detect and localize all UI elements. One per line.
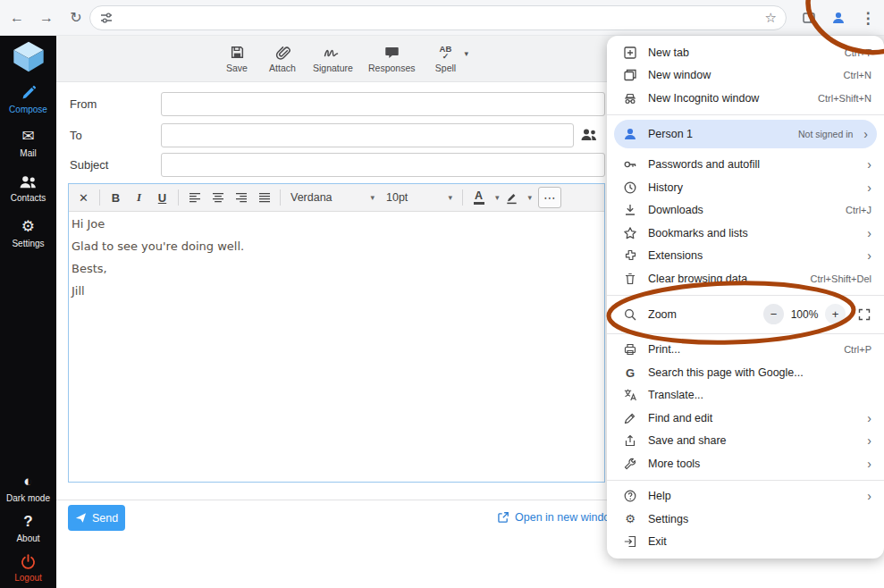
sidebar-item-about[interactable]: ? About (16, 514, 39, 543)
menu-item-new-tab[interactable]: New tab Ctrl+T (607, 41, 884, 64)
menu-item-shortcut: Ctrl+T (845, 47, 871, 58)
menu-item-history[interactable]: History › (607, 176, 884, 199)
menu-item-label: Save and share (648, 434, 860, 447)
save-button[interactable]: Save (222, 45, 252, 73)
menu-item-save-and-share[interactable]: Save and share › (607, 430, 884, 453)
menu-item-translate[interactable]: Translate... (607, 384, 884, 407)
message-editor: ✕ B I U Verdana ▾ 10pt ▾ A ▾ (68, 183, 605, 483)
menu-item-new-incognito-window[interactable]: New Incognito window Ctrl+Shift+N (607, 87, 884, 110)
close-toolbar-button[interactable]: ✕ (72, 187, 95, 208)
signature-icon (324, 45, 341, 60)
menu-item-search-with-google[interactable]: Search this page with Google... (607, 361, 884, 384)
sidebar-item-contacts[interactable]: Contacts (11, 174, 46, 203)
spell-caret-icon[interactable]: ▾ (464, 49, 468, 58)
menu-item-find-and-edit[interactable]: Find and edit › (607, 407, 884, 430)
toolbar-separator (462, 189, 463, 206)
wrench-icon (623, 457, 637, 471)
send-label: Send (92, 512, 118, 525)
highlight-caret-icon[interactable]: ▾ (528, 193, 533, 202)
menu-item-new-window[interactable]: New window Ctrl+N (607, 64, 884, 88)
screen: ← → ↻ ☆ ⋮ Compose ✉ Mail Contacts ⚙ (0, 0, 884, 588)
menu-item-settings[interactable]: ⚙ Settings (607, 508, 884, 531)
tune-icon[interactable] (99, 11, 114, 25)
menu-item-label: Help (648, 490, 860, 502)
menu-item-label: History (648, 181, 860, 194)
menu-dots-icon[interactable]: ⋮ (855, 5, 880, 30)
menu-item-clear-browsing-data[interactable]: Clear browsing data Ctrl+Shift+Del (607, 267, 884, 290)
address-bar[interactable]: ☆ (89, 5, 787, 30)
sidebar-item-label: Compose (9, 105, 47, 114)
menu-item-label: More tools (648, 458, 860, 470)
bold-button[interactable]: B (105, 187, 127, 208)
button-label: Spell (435, 63, 456, 73)
signature-button[interactable]: Signature (313, 45, 353, 73)
sidebar-item-compose[interactable]: Compose (9, 85, 47, 114)
editor-toolbar: ✕ B I U Verdana ▾ 10pt ▾ A ▾ (69, 184, 604, 212)
sidebar-item-settings[interactable]: ⚙ Settings (12, 219, 44, 248)
menu-item-shortcut: Ctrl+N (844, 70, 871, 80)
menu-item-person[interactable]: Person 1 Not signed in › (614, 120, 877, 148)
help-icon (623, 489, 637, 503)
subject-input[interactable] (161, 153, 605, 177)
magnifier-icon (623, 307, 637, 322)
back-icon[interactable]: ← (4, 5, 29, 30)
share-icon (623, 433, 637, 448)
sidebar-item-mail[interactable]: ✉ Mail (20, 129, 36, 158)
menu-item-downloads[interactable]: Downloads Ctrl+J (607, 199, 884, 223)
italic-button[interactable]: I (128, 187, 150, 208)
forward-icon[interactable]: → (34, 5, 59, 30)
chevron-right-icon: › (867, 457, 871, 471)
sidebar-item-logout[interactable]: Logout (14, 554, 42, 583)
menu-item-more-tools[interactable]: More tools › (607, 452, 884, 475)
zoom-in-button[interactable]: + (825, 304, 846, 324)
align-left-button[interactable] (183, 187, 206, 208)
menu-item-shortcut: Ctrl+P (844, 344, 871, 355)
spell-button[interactable]: AB✓ Spell (430, 45, 460, 73)
new-window-icon (623, 68, 637, 82)
font-size-select[interactable]: 10pt ▾ (381, 187, 458, 208)
to-input[interactable] (161, 123, 574, 147)
from-input[interactable] (161, 92, 605, 116)
align-center-button[interactable] (206, 187, 229, 208)
puzzle-icon (623, 248, 637, 263)
align-right-button[interactable] (230, 187, 252, 208)
underline-button[interactable]: U (151, 187, 173, 208)
menu-item-passwords-and-autofill[interactable]: Passwords and autofill › (607, 154, 884, 177)
message-line: Jill (72, 285, 602, 298)
open-in-new-window-link[interactable]: Open in new window (497, 511, 618, 524)
send-button[interactable]: Send (68, 505, 125, 531)
chevron-down-icon: ▾ (370, 193, 375, 202)
menu-item-help[interactable]: Help › (607, 485, 884, 508)
sidebar-item-label: About (16, 533, 39, 543)
menu-item-label: Search this page with Google... (648, 366, 871, 379)
profile-icon[interactable] (826, 5, 851, 30)
address-input[interactable] (121, 12, 765, 25)
editor-body[interactable]: Hi Joe Glad to see you're doing well. Be… (69, 212, 604, 482)
bookmark-star-icon[interactable]: ☆ (765, 10, 777, 26)
menu-item-bookmarks-and-lists[interactable]: Bookmarks and lists › (607, 222, 884, 245)
align-justify-button[interactable] (253, 187, 275, 208)
side-panel-icon[interactable] (796, 5, 821, 30)
message-line: Hi Joe (72, 218, 602, 231)
mail-icon: ✉ (21, 129, 34, 145)
attach-button[interactable]: Attach (267, 45, 298, 73)
more-formatting-button[interactable]: ⋯ (538, 187, 561, 208)
menu-item-print[interactable]: Print... Ctrl+P (607, 339, 884, 362)
responses-button[interactable]: Responses (368, 45, 416, 73)
zoom-out-button[interactable]: − (763, 304, 784, 324)
sidebar-item-label: Logout (14, 573, 42, 583)
text-color-caret-icon[interactable]: ▾ (495, 193, 500, 202)
text-color-button[interactable]: A (467, 187, 490, 208)
highlight-color-button[interactable] (501, 187, 523, 208)
history-icon (623, 181, 637, 195)
menu-item-exit[interactable]: Exit (607, 531, 884, 554)
reload-icon[interactable]: ↻ (63, 5, 88, 30)
menu-separator (607, 480, 884, 481)
app-logo-icon[interactable] (11, 40, 46, 73)
chevron-right-icon: › (867, 489, 871, 503)
fullscreen-icon[interactable] (857, 307, 871, 322)
font-family-select[interactable]: Verdana ▾ (285, 187, 380, 208)
contacts-picker-icon[interactable] (580, 127, 598, 142)
sidebar-item-dark-mode[interactable]: ◐ Dark mode (6, 474, 50, 503)
menu-item-extensions[interactable]: Extensions › (607, 245, 884, 268)
